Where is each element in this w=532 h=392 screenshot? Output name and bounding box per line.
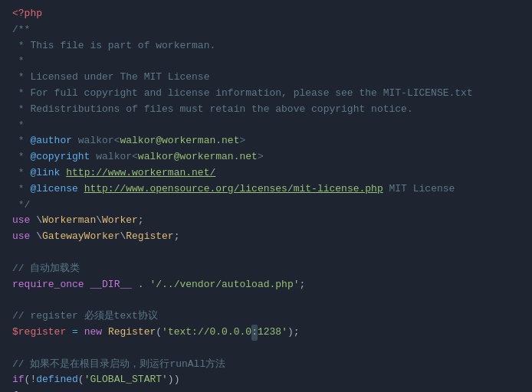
line-7: * Redistributions of files must retain t… bbox=[0, 102, 532, 118]
keyword-dir: __DIR__ bbox=[90, 277, 132, 293]
keyword-use-2: use bbox=[12, 229, 30, 245]
plain-paren-open: ( bbox=[156, 325, 162, 341]
semicolon-1: ; bbox=[138, 213, 144, 229]
op-assign: = bbox=[72, 325, 78, 341]
annotation-license: @license bbox=[30, 181, 77, 198]
keyword-new: new bbox=[84, 325, 102, 341]
email-author: walkor@workerman.net bbox=[120, 133, 239, 149]
line-21: $register = new Register('text://0.0.0.0… bbox=[0, 325, 532, 341]
semicolon-3: ; bbox=[300, 277, 306, 293]
highlight-colon: : bbox=[251, 325, 258, 341]
cn-comment-ifnotroot: // 如果不是在根目录启动，则运行runAll方法 bbox=[12, 357, 225, 373]
link-workerman: http://www.workerman.net/ bbox=[66, 165, 215, 181]
plain-new-space bbox=[78, 325, 84, 341]
line-25: { bbox=[0, 388, 532, 392]
comment-line-11a: * bbox=[12, 165, 30, 181]
semicolon-2: ; bbox=[174, 229, 180, 245]
comment-line-12b bbox=[78, 181, 84, 198]
line-13: */ bbox=[0, 198, 532, 214]
line-17: // 自动加载类 bbox=[0, 261, 532, 277]
ns-sep-2: \ bbox=[120, 229, 126, 245]
line-2: /** bbox=[0, 22, 532, 38]
plain-assign-space bbox=[66, 325, 72, 341]
comment-line-3: * This file is part of workerman. bbox=[12, 38, 215, 54]
comment-line-10a: * bbox=[12, 149, 30, 165]
line-4: * bbox=[0, 54, 532, 70]
code-editor: <?php /** * This file is part of workerm… bbox=[0, 0, 532, 392]
cn-comment-autoload: // 自动加载类 bbox=[12, 261, 80, 277]
comment-line-4: * bbox=[12, 54, 25, 70]
line-9: * @author walkor<walkor@workerman.net> bbox=[0, 133, 532, 149]
comment-close: */ bbox=[12, 198, 30, 214]
comment-line-11b bbox=[60, 165, 66, 181]
comment-line-6: * For full copyright and license informa… bbox=[12, 86, 473, 102]
line-22 bbox=[0, 341, 532, 357]
comment-line-9c: > bbox=[239, 133, 245, 149]
line-6: * For full copyright and license informa… bbox=[0, 86, 532, 102]
plain-class-space bbox=[102, 325, 108, 341]
email-copyright: walkor@workerman.net bbox=[138, 149, 258, 165]
plain-space-2: \ bbox=[30, 229, 42, 245]
string-text-end: 1238' bbox=[258, 325, 287, 341]
line-3: * This file is part of workerman. bbox=[0, 38, 532, 54]
ns-gateway: GatewayWorker bbox=[42, 229, 120, 245]
annotation-copyright: @copyright bbox=[30, 149, 90, 165]
php-open-tag: <?php bbox=[12, 6, 42, 22]
comment-line-8: * bbox=[12, 118, 25, 134]
func-defined: defined bbox=[36, 372, 78, 388]
ns-worker: Worker bbox=[102, 213, 138, 229]
comment-line-9b: walkor< bbox=[72, 133, 120, 149]
line-19 bbox=[0, 292, 532, 309]
keyword-use-1: use bbox=[12, 213, 30, 229]
ns-sep-1: \ bbox=[96, 213, 102, 229]
cn-comment-register: // register 必须是text协议 bbox=[12, 309, 158, 325]
comment-line-5: * Licensed under The MIT License bbox=[12, 70, 209, 86]
line-1: <?php bbox=[0, 6, 532, 22]
line-18: require_once __DIR__ . '/../vendor/autol… bbox=[0, 277, 532, 293]
line-15: use \GatewayWorker\Register; bbox=[0, 229, 532, 245]
line-12: * @license http://www.opensource.org/lic… bbox=[0, 181, 532, 198]
line-8: * bbox=[0, 118, 532, 134]
line-23: // 如果不是在根目录启动，则运行runAll方法 bbox=[0, 357, 532, 373]
ns-workerman: Workerman bbox=[42, 213, 96, 229]
line-5: * Licensed under The MIT License bbox=[0, 70, 532, 86]
string-global-start: 'GLOBAL_START' bbox=[84, 372, 168, 388]
comment-line-12c: MIT License bbox=[383, 181, 455, 198]
comment-open: /** bbox=[12, 22, 30, 38]
line-14: use \Workerman\Worker; bbox=[0, 213, 532, 229]
plain-paren-close: ); bbox=[287, 325, 300, 341]
line-24: if(!defined('GLOBAL_START')) bbox=[0, 372, 532, 388]
plain-defined-paren: ( bbox=[78, 372, 84, 388]
brace-open: { bbox=[12, 388, 18, 392]
comment-line-12a: * bbox=[12, 181, 30, 198]
annotation-link: @link bbox=[30, 165, 60, 181]
annotation-author: @author bbox=[30, 133, 72, 149]
line-11: * @link http://www.workerman.net/ bbox=[0, 165, 532, 181]
ns-register: Register bbox=[126, 229, 173, 245]
line-16 bbox=[0, 245, 532, 261]
plain-space-1: \ bbox=[30, 213, 42, 229]
class-register: Register bbox=[108, 325, 156, 341]
link-license: http://www.opensource.org/licenses/mit-l… bbox=[84, 181, 383, 198]
line-10: * @copyright walkor<walkor@workerman.net… bbox=[0, 149, 532, 165]
plain-close-paren: )) bbox=[168, 372, 180, 388]
keyword-require: require_once bbox=[12, 277, 84, 293]
string-autoload: '/../vendor/autoload.php' bbox=[149, 277, 299, 293]
plain-if-paren: (! bbox=[25, 372, 37, 388]
var-register: $register bbox=[12, 325, 66, 341]
keyword-if: if bbox=[12, 372, 25, 388]
comment-line-10b: walkor< bbox=[90, 149, 137, 165]
comment-line-9a: * bbox=[12, 133, 30, 149]
string-text-start: 'text://0.0.0.0 bbox=[162, 325, 251, 341]
comment-line-10c: > bbox=[258, 149, 264, 165]
comment-line-7: * Redistributions of files must retain t… bbox=[12, 102, 413, 118]
line-20: // register 必须是text协议 bbox=[0, 309, 532, 325]
plain-dot: . bbox=[132, 277, 149, 293]
